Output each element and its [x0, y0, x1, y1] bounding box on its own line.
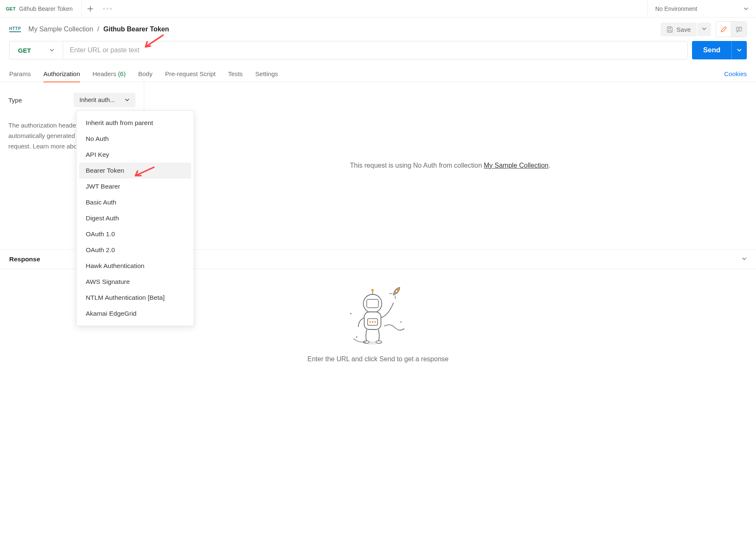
- auth-status-suffix: .: [549, 162, 550, 169]
- tab-tests[interactable]: Tests: [228, 66, 243, 82]
- auth-type-dropdown: Inherit auth from parent No Auth API Key…: [76, 110, 194, 326]
- tab-headers[interactable]: Headers (6): [92, 66, 125, 82]
- http-icon: HTTP: [9, 26, 21, 32]
- tab-method-badge: GET: [6, 6, 16, 11]
- more-icon: ○○○: [103, 6, 113, 11]
- svg-point-10: [374, 321, 376, 323]
- auth-option-noauth[interactable]: No Auth: [77, 131, 194, 147]
- chevron-down-icon: [743, 6, 748, 11]
- environment-label: No Environment: [655, 5, 697, 12]
- auth-option-digest[interactable]: Digest Auth: [77, 210, 194, 226]
- plus-icon: [87, 5, 94, 12]
- chevron-down-icon: [702, 26, 707, 31]
- save-button[interactable]: Save: [661, 23, 697, 36]
- tab-params[interactable]: Params: [9, 66, 31, 82]
- auth-right-pane: This request is using No Auth from colle…: [144, 82, 756, 249]
- tab-prerequest[interactable]: Pre-request Script: [165, 66, 216, 82]
- comments-button[interactable]: [731, 22, 746, 37]
- send-dropdown-button[interactable]: [731, 41, 747, 59]
- auth-option-apikey[interactable]: API Key: [77, 147, 194, 163]
- chevron-down-icon: [742, 256, 747, 261]
- auth-option-jwt[interactable]: JWT Bearer: [77, 179, 194, 194]
- headers-count-badge: (6): [118, 70, 125, 77]
- auth-type-value: Inherit auth...: [79, 97, 115, 103]
- auth-status-prefix: This request is using No Auth from colle…: [350, 162, 484, 169]
- response-collapse-button[interactable]: [742, 256, 747, 263]
- header-actions: Save: [661, 21, 747, 37]
- comment-icon: [736, 26, 743, 33]
- svg-point-2: [371, 289, 374, 291]
- save-label: Save: [677, 26, 691, 33]
- url-row: GET Send: [0, 41, 756, 66]
- svg-rect-5: [367, 299, 378, 308]
- tab-body[interactable]: Body: [138, 66, 152, 82]
- breadcrumb: My Sample Collection / Github Bearer Tok…: [28, 26, 169, 33]
- svg-point-16: [356, 337, 358, 338]
- environment-selector[interactable]: No Environment: [647, 0, 756, 18]
- method-label: GET: [18, 47, 31, 54]
- auth-option-akamai[interactable]: Akamai EdgeGrid: [77, 306, 194, 322]
- auth-type-selector[interactable]: Inherit auth...: [74, 93, 135, 107]
- auth-option-oauth1[interactable]: OAuth 1.0: [77, 226, 194, 242]
- auth-type-label: Type: [8, 97, 22, 104]
- chevron-down-icon: [49, 48, 54, 53]
- auth-collection-link[interactable]: My Sample Collection: [484, 162, 549, 169]
- save-dropdown-button[interactable]: [697, 23, 711, 36]
- auth-option-oauth2[interactable]: OAuth 2.0: [77, 242, 194, 258]
- svg-point-9: [372, 321, 373, 323]
- auth-option-basic[interactable]: Basic Auth: [77, 194, 194, 210]
- svg-rect-0: [736, 27, 742, 31]
- tab-overflow-button[interactable]: ○○○: [99, 6, 117, 11]
- response-title: Response: [9, 255, 40, 263]
- tab-settings[interactable]: Settings: [255, 66, 278, 82]
- edit-button[interactable]: [716, 22, 731, 37]
- top-tab-bar: GET Github Bearer Token ○○○ No Environme…: [0, 0, 756, 18]
- svg-point-15: [401, 322, 402, 323]
- save-button-group: Save: [661, 23, 711, 36]
- astronaut-illustration-icon: [342, 284, 414, 347]
- send-label: Send: [703, 46, 720, 54]
- svg-point-14: [350, 313, 352, 314]
- auth-type-row: Type Inherit auth...: [8, 93, 135, 107]
- auth-option-bearer[interactable]: Bearer Token: [79, 163, 191, 179]
- url-input[interactable]: [63, 41, 688, 59]
- auth-status-message: This request is using No Auth from colle…: [350, 162, 550, 169]
- cookies-link[interactable]: Cookies: [724, 70, 747, 77]
- send-button[interactable]: Send: [692, 41, 731, 59]
- method-url-group: GET: [9, 41, 688, 59]
- method-selector[interactable]: GET: [10, 41, 63, 59]
- breadcrumb-separator: /: [97, 26, 99, 33]
- tab-title: Github Bearer Token: [19, 5, 73, 12]
- breadcrumb-current: Github Bearer Token: [103, 26, 169, 33]
- breadcrumb-parent[interactable]: My Sample Collection: [28, 26, 93, 33]
- save-icon: [667, 26, 673, 33]
- tab-authorization[interactable]: Authorization: [43, 66, 80, 82]
- tab-headers-label: Headers: [92, 70, 116, 77]
- request-header: HTTP My Sample Collection / Github Beare…: [0, 18, 756, 41]
- svg-point-8: [369, 321, 371, 323]
- chevron-down-icon: [737, 48, 742, 53]
- chevron-down-icon: [125, 97, 130, 102]
- request-tab[interactable]: GET Github Bearer Token: [0, 0, 82, 18]
- svg-point-12: [376, 341, 382, 343]
- auth-option-aws[interactable]: AWS Signature: [77, 274, 194, 290]
- header-icon-group: [716, 21, 747, 37]
- auth-option-inherit[interactable]: Inherit auth from parent: [77, 115, 194, 131]
- pencil-icon: [720, 26, 727, 33]
- send-button-group: Send: [692, 41, 747, 59]
- new-tab-button[interactable]: [82, 5, 99, 12]
- auth-option-hawk[interactable]: Hawk Authentication: [77, 258, 194, 274]
- auth-option-ntlm[interactable]: NTLM Authentication [Beta]: [77, 290, 194, 306]
- request-tabs: Params Authorization Headers (6) Body Pr…: [0, 66, 756, 82]
- response-hint: Enter the URL and click Send to get a re…: [307, 355, 448, 363]
- authorization-panel: Type Inherit auth... The authorization h…: [0, 82, 756, 249]
- tab-strip: GET Github Bearer Token ○○○: [0, 0, 117, 18]
